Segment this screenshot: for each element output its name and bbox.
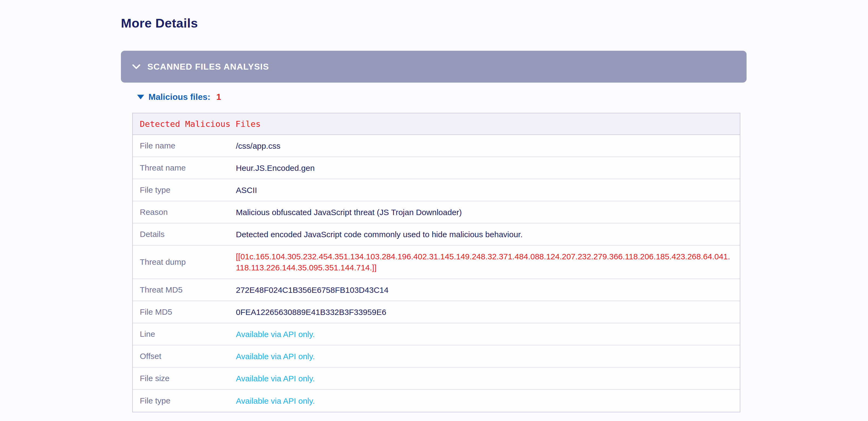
table-row-file-md5: File MD5 0FEA12265630889E41B332B3F33959E… [133,301,740,323]
table-row-file-type-2: File type Available via API only. [133,390,740,412]
table-row-file-size: File size Available via API only. [133,367,740,390]
row-value: 0FEA12265630889E41B332B3F33959E6 [236,306,740,318]
row-label: File type [133,396,236,406]
section-header-label: SCANNED FILES ANALYSIS [147,62,269,72]
section-header-scanned-files-analysis[interactable]: SCANNED FILES ANALYSIS [121,51,747,83]
row-value: Detected encoded JavaScript code commonl… [236,229,740,240]
malicious-files-toggle[interactable]: Malicious files: 1 [137,91,221,102]
table-row-file-type: File type ASCII [133,179,740,201]
chevron-down-icon[interactable] [132,64,141,69]
table-row-reason: Reason Malicious obfuscated JavaScript t… [133,201,740,223]
row-label: Threat dump [133,257,236,267]
row-value-api-only: Available via API only. [236,373,740,384]
row-value-api-only: Available via API only. [236,351,740,362]
row-value: Malicious obfuscated JavaScript threat (… [236,207,740,218]
table-row-offset: Offset Available via API only. [133,346,740,367]
row-label: File size [133,374,236,383]
table-row-threat-dump: Threat dump [[01c.165.104.305.232.454.35… [133,246,740,279]
more-details-page: More Details SCANNED FILES ANALYSIS Mali… [0,0,868,421]
malicious-files-label: Malicious files: [149,92,210,102]
row-label: Threat name [133,163,236,172]
page-title: More Details [121,15,198,31]
row-label: Line [133,329,236,339]
row-label: Threat MD5 [133,285,236,294]
row-value: Heur.JS.Encoded.gen [236,162,740,173]
row-value: 272E48F024C1B356E6758FB103D43C14 [236,285,740,295]
row-label: Reason [133,207,236,217]
row-label: File name [133,141,236,150]
row-value-api-only: Available via API only. [236,329,740,340]
triangle-down-icon [137,95,144,99]
row-value-api-only: Available via API only. [236,395,740,407]
table-row-threat-name: Threat name Heur.JS.Encoded.gen [133,157,740,179]
table-header: Detected Malicious Files [133,114,740,135]
row-label: File type [133,185,236,195]
table-row-threat-md5: Threat MD5 272E48F024C1B356E6758FB103D43… [133,279,740,301]
row-label: Offset [133,352,236,361]
detected-malicious-files-table: Detected Malicious Files File name /css/… [132,113,740,412]
table-row-file-name: File name /css/app.css [133,135,740,157]
malicious-files-count: 1 [216,92,221,102]
row-label: File MD5 [133,307,236,317]
row-label: Details [133,230,236,239]
row-value: ASCII [236,185,740,196]
table-row-details: Details Detected encoded JavaScript code… [133,223,740,246]
table-row-line: Line Available via API only. [133,323,740,346]
row-value: /css/app.css [236,140,740,152]
table-title: Detected Malicious Files [140,119,261,129]
row-value-threat-dump: [[01c.165.104.305.232.454.351.134.103.28… [236,251,740,273]
